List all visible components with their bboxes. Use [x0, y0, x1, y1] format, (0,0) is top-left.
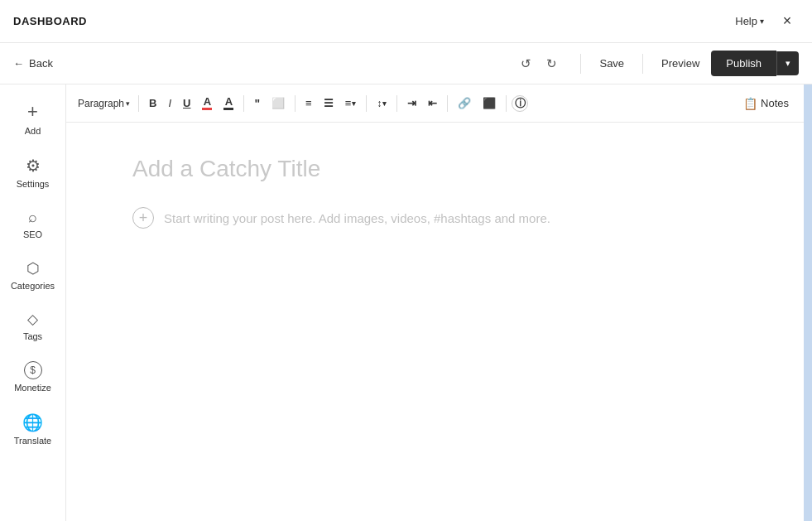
top-bar-right: Help ▾ ×: [728, 10, 799, 33]
sidebar-item-tags[interactable]: ◇ Tags: [0, 301, 65, 351]
italic-button[interactable]: I: [163, 94, 176, 113]
plus-icon: +: [27, 101, 38, 123]
font-color-bar: [202, 108, 212, 110]
seo-icon: ⌕: [28, 209, 37, 226]
publish-group: Publish ▾: [711, 51, 799, 76]
action-bar: ← Back ↺ ↻ Save Preview Publish ▾: [0, 43, 812, 84]
format-bar: Paragraph ▾ B I U A A: [66, 84, 804, 123]
settings-icon: ⚙: [26, 156, 41, 176]
body-placeholder: Start writing your post here. Add images…: [164, 211, 550, 225]
unordered-list-button[interactable]: ☰: [319, 94, 339, 113]
align-button[interactable]: ≡ ▾: [340, 94, 362, 113]
action-bar-right: ↺ ↻ Save Preview Publish ▾: [514, 51, 799, 76]
undo-button[interactable]: ↺: [514, 51, 538, 76]
add-content-button[interactable]: +: [132, 207, 154, 229]
tags-icon: ◇: [27, 311, 38, 328]
notes-button[interactable]: 📋 Notes: [737, 94, 795, 113]
publish-chevron-icon: ▾: [786, 58, 790, 68]
fmt-sep-7: [506, 95, 507, 112]
ordered-list-button[interactable]: ≡: [300, 94, 317, 113]
chevron-down-icon: ▾: [760, 17, 764, 26]
italic-icon: I: [168, 97, 171, 109]
content-area[interactable]: Add a Catchy Title + Start writing your …: [66, 123, 804, 521]
info-button[interactable]: ⓘ: [512, 95, 528, 112]
undo-redo-group: ↺ ↻: [514, 51, 574, 76]
embed-button[interactable]: ⬛: [478, 94, 501, 113]
divider-1: [580, 54, 581, 74]
paragraph-label: Paragraph: [78, 98, 124, 109]
dashboard-title: DASHBOARD: [13, 15, 87, 27]
fmt-sep-5: [396, 95, 397, 112]
back-button[interactable]: ← Back: [13, 57, 53, 70]
main-area: + Add ⚙ Settings ⌕ SEO ⬡ Categories ◇ Ta…: [0, 84, 812, 521]
fmt-sep-1: [138, 95, 139, 112]
sidebar-item-seo[interactable]: ⌕ SEO: [0, 199, 65, 249]
title-placeholder: Add a Catchy Title: [132, 156, 738, 182]
line-height-icon: ↕: [377, 98, 382, 109]
sidebar-item-add[interactable]: + Add: [0, 91, 65, 146]
back-label: Back: [29, 57, 53, 70]
line-height-button[interactable]: ↕ ▾: [372, 94, 392, 113]
sidebar-monetize-label: Monetize: [14, 383, 51, 393]
highlight-bar: [223, 108, 233, 110]
close-icon: ×: [783, 12, 792, 30]
publish-button[interactable]: Publish: [711, 51, 776, 76]
sidebar-add-label: Add: [25, 126, 41, 136]
sidebar-settings-label: Settings: [17, 179, 50, 189]
translate-icon: 🌐: [22, 412, 43, 432]
quote-button[interactable]: ": [249, 94, 265, 113]
divider-2: [642, 54, 643, 74]
font-color-a-icon: A: [204, 96, 211, 107]
paragraph-select[interactable]: Paragraph ▾: [74, 94, 133, 113]
close-button[interactable]: ×: [776, 10, 799, 33]
underline-button[interactable]: U: [178, 94, 195, 113]
publish-dropdown-button[interactable]: ▾: [776, 51, 799, 75]
sidebar-item-translate[interactable]: 🌐 Translate: [0, 403, 65, 456]
bold-icon: B: [149, 97, 156, 109]
back-arrow-icon: ←: [13, 57, 24, 70]
sidebar-tags-label: Tags: [23, 331, 42, 341]
align-icon: ≡: [345, 97, 352, 109]
highlight-a-icon: A: [225, 96, 233, 107]
redo-button[interactable]: ↻: [540, 51, 564, 76]
categories-icon: ⬡: [26, 259, 40, 277]
sidebar-translate-label: Translate: [14, 436, 51, 446]
fmt-sep-6: [447, 95, 448, 112]
save-button[interactable]: Save: [588, 52, 636, 75]
fmt-sep-3: [295, 95, 295, 112]
top-bar: DASHBOARD Help ▾ ×: [0, 0, 812, 43]
save-label: Save: [599, 57, 624, 70]
align-chevron-icon: ▾: [352, 99, 356, 108]
bold-button[interactable]: B: [144, 94, 161, 113]
highlight-button[interactable]: A: [219, 93, 238, 113]
right-edge-accent: [804, 84, 812, 521]
paragraph-chevron-icon: ▾: [126, 99, 130, 108]
indent-decrease-button[interactable]: ⇤: [423, 94, 442, 113]
sidebar-categories-label: Categories: [11, 281, 55, 291]
sidebar: + Add ⚙ Settings ⌕ SEO ⬡ Categories ◇ Ta…: [0, 84, 66, 521]
body-placeholder-row: + Start writing your post here. Add imag…: [132, 207, 738, 229]
help-label: Help: [735, 15, 757, 27]
publish-label: Publish: [726, 57, 762, 70]
help-button[interactable]: Help ▾: [728, 12, 771, 31]
preview-label: Preview: [661, 57, 699, 70]
sidebar-item-monetize[interactable]: $ Monetize: [0, 351, 65, 403]
underline-icon: U: [183, 97, 190, 109]
sidebar-item-settings[interactable]: ⚙ Settings: [0, 146, 65, 199]
link-button[interactable]: 🔗: [453, 94, 476, 113]
sidebar-item-categories[interactable]: ⬡ Categories: [0, 249, 65, 301]
fmt-sep-4: [366, 95, 367, 112]
monetize-icon: $: [24, 361, 42, 379]
fmt-sep-2: [243, 95, 244, 112]
line-height-chevron-icon: ▾: [382, 99, 387, 108]
editor-area: Paragraph ▾ B I U A A: [66, 84, 804, 521]
image-button[interactable]: ⬜: [267, 94, 290, 113]
font-color-button[interactable]: A: [197, 93, 217, 113]
sidebar-seo-label: SEO: [23, 229, 42, 239]
indent-increase-button[interactable]: ⇥: [402, 94, 421, 113]
notes-label: Notes: [761, 97, 789, 109]
notes-icon: 📋: [743, 97, 757, 110]
preview-button[interactable]: Preview: [650, 52, 711, 75]
